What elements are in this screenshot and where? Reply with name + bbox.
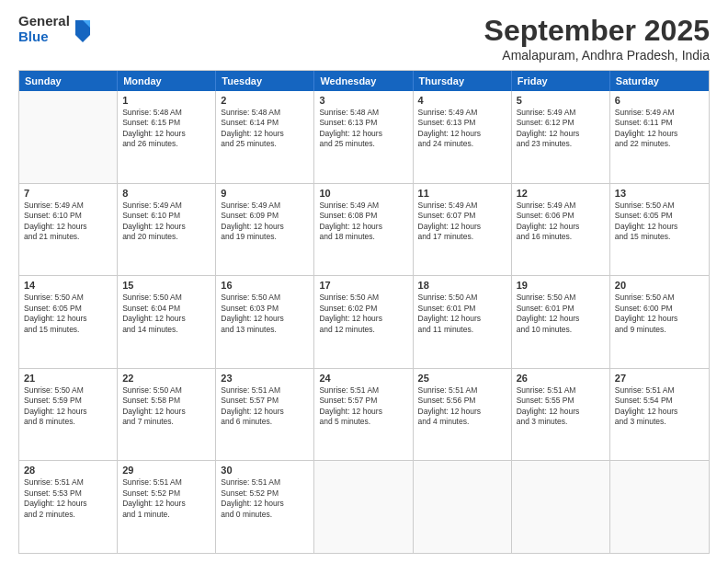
- sunrise: Sunrise: 5:51 AM: [221, 385, 309, 396]
- sunset: Sunset: 5:54 PM: [615, 396, 704, 406]
- day-num: 26: [517, 373, 605, 384]
- sunrise: Sunrise: 5:50 AM: [418, 293, 506, 303]
- header-thursday: Thursday: [414, 71, 512, 91]
- sunrise: Sunrise: 5:50 AM: [122, 293, 210, 303]
- sunset: Sunset: 5:58 PM: [122, 396, 210, 406]
- sunrise: Sunrise: 5:48 AM: [319, 108, 407, 118]
- daylight2: and 24 minutes.: [418, 139, 506, 149]
- daylight1: Daylight: 12 hours: [221, 499, 309, 509]
- sunrise: Sunrise: 5:50 AM: [615, 293, 704, 303]
- daylight2: and 25 minutes.: [221, 139, 309, 149]
- daylight2: and 19 minutes.: [221, 232, 309, 242]
- header-saturday: Saturday: [610, 71, 709, 91]
- daylight2: and 17 minutes.: [418, 232, 506, 242]
- daylight1: Daylight: 12 hours: [24, 499, 112, 509]
- location-title: Amalapuram, Andhra Pradesh, India: [484, 48, 710, 63]
- daylight2: and 25 minutes.: [319, 139, 407, 149]
- day-num: 1: [122, 95, 210, 106]
- sunset: Sunset: 5:56 PM: [418, 396, 506, 406]
- day-num: 11: [418, 188, 506, 199]
- sunrise: Sunrise: 5:51 AM: [24, 477, 112, 488]
- sunset: Sunset: 6:06 PM: [517, 211, 605, 221]
- cal-week-1: 7Sunrise: 5:49 AMSunset: 6:10 PMDaylight…: [19, 184, 709, 277]
- sunrise: Sunrise: 5:49 AM: [517, 201, 605, 211]
- cal-cell-0-1: 1Sunrise: 5:48 AMSunset: 6:15 PMDaylight…: [118, 91, 216, 183]
- sunset: Sunset: 6:12 PM: [517, 118, 605, 128]
- sunrise: Sunrise: 5:48 AM: [122, 108, 210, 118]
- cal-cell-1-1: 8Sunrise: 5:49 AMSunset: 6:10 PMDaylight…: [118, 184, 216, 276]
- sunrise: Sunrise: 5:51 AM: [517, 385, 605, 396]
- cal-cell-0-2: 2Sunrise: 5:48 AMSunset: 6:14 PMDaylight…: [216, 91, 314, 183]
- sunrise: Sunrise: 5:50 AM: [24, 293, 112, 303]
- daylight1: Daylight: 12 hours: [517, 129, 605, 139]
- daylight2: and 2 minutes.: [24, 510, 112, 520]
- cal-cell-3-4: 25Sunrise: 5:51 AMSunset: 5:56 PMDayligh…: [414, 369, 512, 461]
- cal-cell-1-0: 7Sunrise: 5:49 AMSunset: 6:10 PMDaylight…: [19, 184, 118, 276]
- daylight2: and 26 minutes.: [122, 139, 210, 149]
- sunrise: Sunrise: 5:49 AM: [221, 201, 309, 211]
- daylight2: and 20 minutes.: [122, 232, 210, 242]
- sunset: Sunset: 6:11 PM: [615, 118, 704, 128]
- daylight1: Daylight: 12 hours: [221, 222, 309, 232]
- daylight2: and 14 minutes.: [122, 325, 210, 335]
- day-num: 6: [615, 95, 704, 106]
- cal-week-0: 1Sunrise: 5:48 AMSunset: 6:15 PMDaylight…: [19, 91, 709, 184]
- header-monday: Monday: [118, 71, 216, 91]
- sunrise: Sunrise: 5:49 AM: [122, 201, 210, 211]
- daylight1: Daylight: 12 hours: [221, 314, 309, 324]
- cal-cell-3-6: 27Sunrise: 5:51 AMSunset: 5:54 PMDayligh…: [610, 369, 709, 461]
- header-friday: Friday: [512, 71, 610, 91]
- cal-cell-1-6: 13Sunrise: 5:50 AMSunset: 6:05 PMDayligh…: [610, 184, 709, 276]
- sunset: Sunset: 6:00 PM: [615, 304, 704, 314]
- daylight2: and 3 minutes.: [615, 417, 704, 427]
- daylight1: Daylight: 12 hours: [418, 314, 506, 324]
- cal-cell-3-0: 21Sunrise: 5:50 AMSunset: 5:59 PMDayligh…: [19, 369, 118, 461]
- daylight2: and 12 minutes.: [319, 325, 407, 335]
- sunrise: Sunrise: 5:50 AM: [24, 385, 112, 396]
- day-num: 8: [122, 188, 210, 199]
- day-num: 22: [122, 373, 210, 384]
- sunset: Sunset: 5:52 PM: [122, 488, 210, 499]
- cal-cell-1-4: 11Sunrise: 5:49 AMSunset: 6:07 PMDayligh…: [414, 184, 512, 276]
- day-num: 20: [615, 280, 704, 291]
- cal-cell-0-6: 6Sunrise: 5:49 AMSunset: 6:11 PMDaylight…: [610, 91, 709, 183]
- daylight2: and 15 minutes.: [24, 325, 112, 335]
- sunrise: Sunrise: 5:50 AM: [122, 385, 210, 396]
- page: General Blue September 2025 Amalapuram, …: [0, 0, 728, 563]
- daylight1: Daylight: 12 hours: [122, 499, 210, 509]
- cal-cell-4-3: [314, 461, 413, 553]
- sunset: Sunset: 5:55 PM: [517, 396, 605, 406]
- daylight2: and 3 minutes.: [517, 417, 605, 427]
- daylight2: and 9 minutes.: [615, 325, 704, 335]
- sunrise: Sunrise: 5:49 AM: [418, 108, 506, 118]
- header-wednesday: Wednesday: [314, 71, 413, 91]
- sunset: Sunset: 6:13 PM: [418, 118, 506, 128]
- daylight2: and 1 minute.: [122, 510, 210, 520]
- sunrise: Sunrise: 5:49 AM: [418, 201, 506, 211]
- daylight2: and 8 minutes.: [24, 417, 112, 427]
- daylight1: Daylight: 12 hours: [418, 129, 506, 139]
- daylight1: Daylight: 12 hours: [517, 407, 605, 417]
- cal-cell-2-2: 16Sunrise: 5:50 AMSunset: 6:03 PMDayligh…: [216, 276, 314, 368]
- sunset: Sunset: 6:10 PM: [24, 211, 112, 221]
- calendar: Sunday Monday Tuesday Wednesday Thursday…: [18, 70, 710, 554]
- day-num: 25: [418, 373, 506, 384]
- day-num: 15: [122, 280, 210, 291]
- cal-cell-2-0: 14Sunrise: 5:50 AMSunset: 6:05 PMDayligh…: [19, 276, 118, 368]
- cal-cell-3-3: 24Sunrise: 5:51 AMSunset: 5:57 PMDayligh…: [314, 369, 413, 461]
- daylight2: and 21 minutes.: [24, 232, 112, 242]
- day-num: 17: [319, 280, 407, 291]
- daylight1: Daylight: 12 hours: [122, 222, 210, 232]
- cal-cell-0-4: 4Sunrise: 5:49 AMSunset: 6:13 PMDaylight…: [414, 91, 512, 183]
- sunset: Sunset: 6:05 PM: [24, 304, 112, 314]
- cal-cell-2-1: 15Sunrise: 5:50 AMSunset: 6:04 PMDayligh…: [118, 276, 216, 368]
- sunset: Sunset: 6:09 PM: [221, 211, 309, 221]
- day-num: 13: [615, 188, 704, 199]
- daylight1: Daylight: 12 hours: [319, 222, 407, 232]
- daylight1: Daylight: 12 hours: [418, 222, 506, 232]
- header-sunday: Sunday: [19, 71, 118, 91]
- sunrise: Sunrise: 5:51 AM: [418, 385, 506, 396]
- daylight1: Daylight: 12 hours: [122, 129, 210, 139]
- sunset: Sunset: 6:15 PM: [122, 118, 210, 128]
- daylight2: and 16 minutes.: [517, 232, 605, 242]
